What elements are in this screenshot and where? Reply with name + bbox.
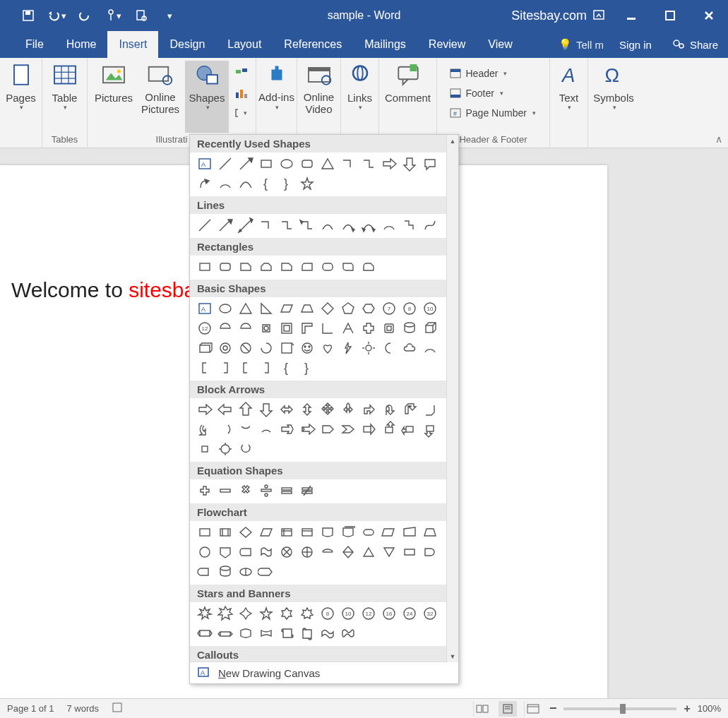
shape-vert-scroll[interactable] (276, 623, 297, 643)
shape-merge[interactable] (378, 542, 399, 562)
shape-striped-r[interactable] (276, 419, 297, 439)
tab-file[interactable]: File (14, 31, 55, 58)
shape-curved-up-ribbon[interactable] (235, 623, 256, 643)
status-proof-icon[interactable] (112, 702, 124, 715)
shape-round-rect[interactable] (215, 257, 235, 277)
shape-arc2[interactable] (378, 215, 399, 235)
shape-explosion1[interactable] (194, 604, 215, 623)
shape-not-equal[interactable] (297, 481, 317, 501)
shape-star[interactable] (297, 174, 317, 193)
shape-stored[interactable] (399, 542, 419, 562)
pictures-button[interactable]: Pictures (92, 61, 136, 133)
shapes-button[interactable]: Shapes▾ (185, 61, 229, 133)
shape-arc3[interactable] (419, 338, 440, 358)
shape-sun[interactable] (358, 338, 378, 358)
shape-lup-arrow[interactable] (399, 400, 419, 419)
shape-7pt-star[interactable] (297, 604, 317, 623)
page-number-button[interactable]: #Page Number▾ (445, 104, 547, 121)
shape-hexagon[interactable] (358, 299, 378, 318)
shape-pentagon-arrow[interactable] (317, 419, 338, 439)
shape-rectangle[interactable] (256, 154, 276, 174)
tab-review[interactable]: Review (417, 31, 477, 58)
shape-curved-d[interactable] (256, 419, 276, 439)
shape-octagon[interactable]: 8 (399, 299, 419, 318)
shape-elbow-arrow[interactable] (276, 215, 297, 235)
shape-curved-arrow[interactable] (194, 174, 215, 193)
shape-left-bracket[interactable] (235, 358, 256, 378)
shape-document[interactable] (317, 522, 338, 542)
shape-display[interactable] (256, 562, 276, 582)
shape-pie[interactable] (215, 318, 235, 338)
shape-donut[interactable] (215, 338, 235, 358)
shape-down-ribbon[interactable] (215, 623, 235, 643)
shape-cross[interactable] (358, 318, 378, 338)
shape-4pt-star[interactable] (235, 604, 256, 623)
footer-button[interactable]: Footer▾ (445, 85, 547, 102)
shape-double-bracket[interactable] (194, 358, 215, 378)
shape-trapezoid[interactable] (297, 299, 317, 318)
scroll-down-icon[interactable]: ▼ (447, 650, 458, 662)
shape-no-symbol[interactable] (235, 338, 256, 358)
status-page[interactable]: Page 1 of 1 (7, 703, 54, 714)
new-canvas-button[interactable]: A New Drawing Canvas (190, 662, 458, 683)
shape-punched-tape[interactable] (256, 542, 276, 562)
shape-round2-diag[interactable] (338, 257, 358, 277)
shape-lr-arrow[interactable] (276, 400, 297, 419)
chart-button[interactable] (230, 85, 251, 102)
text-button[interactable]: AText▾ (547, 61, 591, 133)
shape-predef[interactable] (276, 522, 297, 542)
maximize-button[interactable] (650, 0, 689, 31)
zoom-out-icon[interactable]: − (549, 701, 557, 716)
tab-mailings[interactable]: Mailings (353, 31, 417, 58)
shape-down-arrow[interactable] (399, 154, 419, 174)
shape-smiley[interactable] (297, 338, 317, 358)
shape-right-brace2[interactable]: } (297, 358, 317, 378)
shape-left-brace[interactable]: { (256, 174, 276, 193)
save-icon[interactable] (14, 0, 42, 31)
shape-multi-doc[interactable] (338, 522, 358, 542)
shape-data[interactable] (256, 522, 276, 542)
shape-l-shape[interactable] (317, 318, 338, 338)
shape-internal[interactable] (297, 522, 317, 542)
shape-pentagon[interactable] (338, 299, 358, 318)
shape-l-callout[interactable] (399, 419, 419, 439)
shape-right-tri[interactable] (256, 299, 276, 318)
shape-curved-down-ribbon[interactable] (256, 623, 276, 643)
shape-block-arc[interactable] (256, 338, 276, 358)
shape-connector[interactable] (194, 542, 215, 562)
shape-plus[interactable] (194, 481, 215, 501)
shape-decision[interactable] (235, 522, 256, 542)
shape-oval[interactable] (276, 154, 297, 174)
shape-r-callout[interactable] (358, 419, 378, 439)
shape-delay[interactable] (419, 542, 440, 562)
shape-textbox2[interactable]: A (194, 299, 215, 318)
shape-snip2-same[interactable] (256, 257, 276, 277)
shape-curve-double[interactable] (358, 215, 378, 235)
shape-freeform[interactable] (399, 215, 419, 235)
shape-up-ribbon[interactable] (194, 623, 215, 643)
shape-round-rect[interactable] (297, 154, 317, 174)
shape-cube[interactable] (419, 318, 440, 338)
redo-icon[interactable] (71, 0, 99, 31)
shape-round1[interactable] (297, 257, 317, 277)
shape-divide[interactable] (256, 481, 276, 501)
shape-6pt-star[interactable] (276, 604, 297, 623)
shape-summing[interactable] (276, 542, 297, 562)
shape-extract[interactable] (358, 542, 378, 562)
tab-design[interactable]: Design (158, 31, 216, 58)
shape-double-wave[interactable] (338, 623, 358, 643)
touch-mode-icon[interactable]: ▾ (99, 0, 127, 31)
shape-bevel[interactable] (194, 338, 215, 358)
shape-teardrop[interactable] (256, 318, 276, 338)
status-words[interactable]: 7 words (67, 703, 100, 714)
shape-plaque[interactable] (378, 318, 399, 338)
header-button[interactable]: Header▾ (445, 65, 547, 82)
qat-customize-icon[interactable]: ▾ (155, 0, 184, 31)
collapse-ribbon-icon[interactable]: ∧ (715, 133, 722, 145)
shape-d-callout[interactable] (378, 419, 399, 439)
shape-parallelogram[interactable] (276, 299, 297, 318)
shape-bent-arrow[interactable] (358, 400, 378, 419)
shape-moon[interactable] (378, 338, 399, 358)
shape-curved-r[interactable] (194, 419, 215, 439)
shape-connector[interactable] (358, 154, 378, 174)
